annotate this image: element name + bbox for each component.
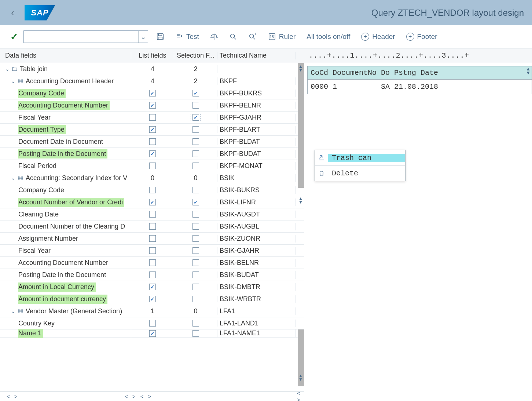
menu-item-delete[interactable]: Delete: [315, 165, 405, 181]
checkbox[interactable]: [149, 187, 156, 193]
checkbox[interactable]: [192, 126, 199, 133]
col-header-list-fields[interactable]: List fields: [131, 52, 174, 59]
chevron-down-icon[interactable]: ⌄: [11, 175, 15, 181]
checkbox[interactable]: [192, 211, 199, 218]
col-header-data-fields[interactable]: Data fields: [0, 52, 131, 59]
col-header-technical[interactable]: Technical Name: [217, 52, 296, 59]
search-button[interactable]: [226, 31, 240, 42]
hscroll-nav[interactable]: < >: [140, 393, 153, 400]
table-row[interactable]: Fiscal Year✓BKPF-GJAHR: [0, 112, 304, 124]
scroll-arrows-icon[interactable]: ▲▼: [298, 197, 303, 204]
test-button[interactable]: Test: [172, 31, 202, 42]
table-row[interactable]: Name 1✓LFA1-NAME1: [0, 329, 304, 338]
table-row[interactable]: Company CodeBSIK-BUKRS: [0, 184, 304, 196]
checkbox[interactable]: [192, 163, 199, 169]
checkbox[interactable]: [149, 271, 156, 278]
header-button[interactable]: + Header: [358, 31, 398, 42]
checkbox[interactable]: ✓: [149, 126, 156, 133]
checkbox[interactable]: [149, 211, 156, 218]
table-row[interactable]: Posting Date in the DocumentBSIK-BUDAT: [0, 269, 304, 281]
search-plus-button[interactable]: +: [245, 31, 260, 42]
table-row[interactable]: Company Code✓✓BKPF-BUKRS: [0, 87, 304, 99]
command-input[interactable]: [24, 33, 138, 40]
checkbox[interactable]: ✓: [149, 102, 156, 109]
checkbox[interactable]: [149, 259, 156, 266]
checkbox[interactable]: [149, 320, 156, 327]
ruler-button[interactable]: 15 Ruler: [265, 31, 298, 42]
checkbox[interactable]: [149, 138, 156, 145]
checkbox[interactable]: [149, 223, 156, 230]
scroll-arrows-icon[interactable]: ▲▼: [526, 67, 531, 75]
checkbox[interactable]: ✓: [192, 90, 199, 96]
table-row[interactable]: Clearing DateBSIK-AUGDT: [0, 208, 304, 220]
table-row[interactable]: Amount in Local Currency✓BSIK-DMBTR: [0, 281, 304, 293]
checkbox[interactable]: ✓: [149, 150, 156, 157]
table-row[interactable]: ⌄Vendor Master (General Section)10LFA1: [0, 305, 304, 317]
table-row[interactable]: Document Date in DocumentBKPF-BLDAT: [0, 136, 304, 148]
table-row[interactable]: Accounting Document Number✓BKPF-BELNR: [0, 99, 304, 112]
checkbox[interactable]: ✓: [149, 90, 156, 96]
technical-name: BSIK-BUDAT: [217, 271, 296, 279]
checkbox[interactable]: ✓: [192, 114, 199, 121]
checkbox[interactable]: [192, 296, 199, 302]
save-button[interactable]: [153, 31, 167, 42]
checkbox[interactable]: [192, 330, 199, 337]
checkbox[interactable]: [192, 271, 199, 278]
scroll-arrows-icon[interactable]: ▲▼: [298, 374, 303, 381]
table-row[interactable]: ⌄Accounting Document Header42BKPF: [0, 75, 304, 87]
technical-name: BKPF-BELNR: [217, 102, 296, 109]
checkbox[interactable]: [192, 187, 199, 193]
checkbox[interactable]: [149, 235, 156, 242]
hscroll-nav[interactable]: < >: [125, 393, 137, 400]
table-row[interactable]: Account Number of Vendor or Credi✓✓BSIK-…: [0, 196, 304, 208]
scrollbar-thumb[interactable]: [298, 63, 304, 188]
menu-item-trash[interactable]: Trash can: [315, 150, 405, 165]
col-header-selection[interactable]: Selection F...: [174, 52, 217, 59]
checkbox[interactable]: ✓: [149, 296, 156, 302]
command-input-wrap[interactable]: ⌄: [23, 30, 148, 43]
all-tools-button[interactable]: All tools on/off: [304, 31, 353, 42]
checkbox[interactable]: [192, 150, 199, 157]
table-row[interactable]: Fiscal PeriodBKPF-MONAT: [0, 160, 304, 172]
checkbox[interactable]: [192, 138, 199, 145]
table-row[interactable]: ⌄Table join42: [0, 63, 304, 75]
table-row[interactable]: Fiscal YearBSIK-GJAHR: [0, 245, 304, 257]
table-row[interactable]: Amount in document currency✓BSIK-WRBTR: [0, 293, 304, 305]
chevron-down-icon[interactable]: ⌄: [5, 66, 10, 72]
table-row[interactable]: Posting Date in the Document✓BKPF-BUDAT: [0, 148, 304, 160]
checkbox[interactable]: [192, 259, 199, 266]
checkbox[interactable]: ✓: [149, 199, 156, 205]
list-count: 1: [131, 307, 174, 315]
svg-point-4: [250, 34, 254, 38]
checkbox[interactable]: [192, 102, 199, 109]
table-row[interactable]: Document Type✓BKPF-BLART: [0, 124, 304, 136]
checkbox[interactable]: [149, 163, 156, 169]
back-button[interactable]: ‹: [8, 6, 17, 20]
checkbox[interactable]: [149, 114, 156, 121]
table-row[interactable]: Assignment NumberBSIK-ZUONR: [0, 233, 304, 245]
checkbox[interactable]: [192, 320, 199, 327]
expand-arrow-icon: [318, 154, 325, 161]
checkbox[interactable]: [149, 247, 156, 254]
command-dropdown-icon[interactable]: ⌄: [138, 31, 148, 43]
technical-name: BSIK-LIFNR: [217, 198, 296, 206]
checkbox[interactable]: [192, 223, 199, 230]
table-row[interactable]: Accounting Document NumberBSIK-BELNR: [0, 257, 304, 269]
checkbox[interactable]: ✓: [149, 284, 156, 290]
chevron-down-icon[interactable]: ⌄: [11, 308, 15, 314]
checkbox[interactable]: [192, 235, 199, 242]
table-row[interactable]: Country KeyLFA1-LAND1: [0, 317, 304, 329]
checkbox[interactable]: ✓: [192, 199, 199, 205]
hscroll-nav[interactable]: < >: [7, 393, 19, 400]
balance-button[interactable]: [207, 31, 221, 42]
chevron-down-icon[interactable]: ⌄: [11, 78, 15, 84]
table-row[interactable]: ⌄Accounting: Secondary Index for V00BSIK: [0, 172, 304, 184]
table-row[interactable]: Document Number of the Clearing DBSIK-AU…: [0, 220, 304, 233]
checkbox[interactable]: ✓: [149, 330, 156, 337]
checkbox[interactable]: [192, 247, 199, 254]
scroll-arrows-icon[interactable]: ▲▼: [298, 65, 303, 72]
footer-button[interactable]: + Footer: [403, 31, 440, 42]
checkbox[interactable]: [192, 284, 199, 290]
hscroll-nav[interactable]: < >: [297, 390, 302, 401]
confirm-button[interactable]: ✓: [10, 31, 18, 43]
